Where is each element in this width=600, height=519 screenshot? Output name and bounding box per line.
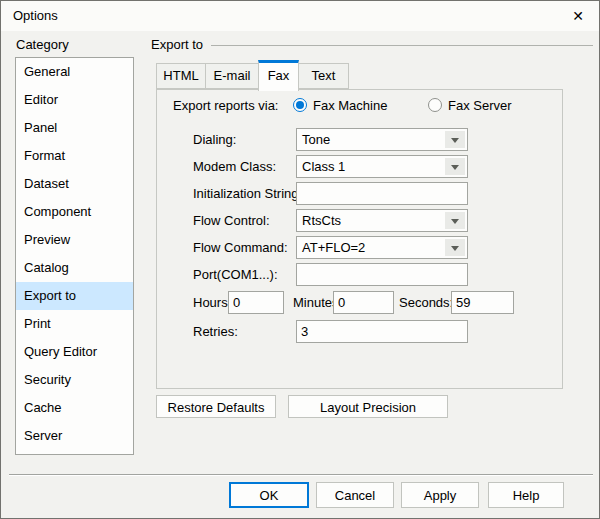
seconds-input[interactable] <box>451 291 514 314</box>
footer-divider <box>9 474 593 476</box>
flow-control-value: RtsCts <box>302 210 341 231</box>
ok-button[interactable]: OK <box>229 482 309 508</box>
initialization-string-input[interactable] <box>296 182 468 205</box>
modem-class-combobox[interactable]: Class 1 <box>296 155 468 178</box>
category-item-catalog[interactable]: Catalog <box>16 254 133 282</box>
titlebar: Options ✕ <box>1 1 599 31</box>
flow-command-combobox[interactable]: AT+FLO=2 <box>296 236 468 259</box>
category-item-dataset[interactable]: Dataset <box>16 170 133 198</box>
dialing-label: Dialing: <box>193 132 236 147</box>
category-list: General Editor Panel Format Dataset Comp… <box>15 57 134 455</box>
seconds-label: Seconds: <box>399 295 453 310</box>
category-item-general[interactable]: General <box>16 58 133 86</box>
retries-input[interactable] <box>296 320 468 343</box>
fax-server-radio[interactable] <box>428 98 442 112</box>
minutes-input[interactable] <box>333 291 394 314</box>
flow-control-label: Flow Control: <box>193 213 270 228</box>
export-via-label: Export reports via: <box>173 98 279 113</box>
category-item-format[interactable]: Format <box>16 142 133 170</box>
chevron-down-icon[interactable] <box>445 212 465 229</box>
hours-label: Hours: <box>193 295 231 310</box>
help-button[interactable]: Help <box>488 482 564 508</box>
chevron-down-icon[interactable] <box>445 158 465 175</box>
tab-text[interactable]: Text <box>298 63 349 89</box>
options-dialog: Options ✕ Category General Editor Panel … <box>0 0 600 519</box>
port-label: Port(COM1...): <box>193 267 278 282</box>
tab-html[interactable]: HTML <box>156 63 206 89</box>
category-item-editor[interactable]: Editor <box>16 86 133 114</box>
layout-precision-button[interactable]: Layout Precision <box>288 395 448 418</box>
category-item-panel[interactable]: Panel <box>16 114 133 142</box>
category-label: Category <box>16 37 69 52</box>
restore-defaults-button[interactable]: Restore Defaults <box>156 395 276 418</box>
chevron-down-icon[interactable] <box>445 131 465 148</box>
fax-machine-radio[interactable] <box>293 98 307 112</box>
dialing-value: Tone <box>302 129 330 150</box>
flow-command-label: Flow Command: <box>193 240 288 255</box>
category-item-server[interactable]: Server <box>16 422 133 450</box>
flow-command-value: AT+FLO=2 <box>302 237 365 258</box>
category-item-query-editor[interactable]: Query Editor <box>16 338 133 366</box>
category-item-security[interactable]: Security <box>16 366 133 394</box>
port-input[interactable] <box>296 263 468 286</box>
fax-server-label[interactable]: Fax Server <box>448 98 512 113</box>
hours-input[interactable] <box>228 291 284 314</box>
modem-class-label: Modem Class: <box>193 159 276 174</box>
category-item-component[interactable]: Component <box>16 198 133 226</box>
chevron-down-icon[interactable] <box>445 239 465 256</box>
flow-control-combobox[interactable]: RtsCts <box>296 209 468 232</box>
export-to-group-label: Export to <box>151 37 203 52</box>
fax-machine-label[interactable]: Fax Machine <box>313 98 387 113</box>
category-item-export-to[interactable]: Export to <box>16 282 133 310</box>
modem-class-value: Class 1 <box>302 156 345 177</box>
dialing-combobox[interactable]: Tone <box>296 128 468 151</box>
retries-label: Retries: <box>193 324 238 339</box>
group-divider <box>211 45 593 46</box>
cancel-button[interactable]: Cancel <box>316 482 394 508</box>
category-item-print[interactable]: Print <box>16 310 133 338</box>
close-icon[interactable]: ✕ <box>557 1 599 31</box>
category-item-cache[interactable]: Cache <box>16 394 133 422</box>
category-item-preview[interactable]: Preview <box>16 226 133 254</box>
initialization-string-label: Initialization String: <box>193 186 302 201</box>
tab-email[interactable]: E-mail <box>205 63 259 89</box>
tab-fax[interactable]: Fax <box>258 60 299 91</box>
apply-button[interactable]: Apply <box>401 482 479 508</box>
window-title: Options <box>13 1 58 31</box>
